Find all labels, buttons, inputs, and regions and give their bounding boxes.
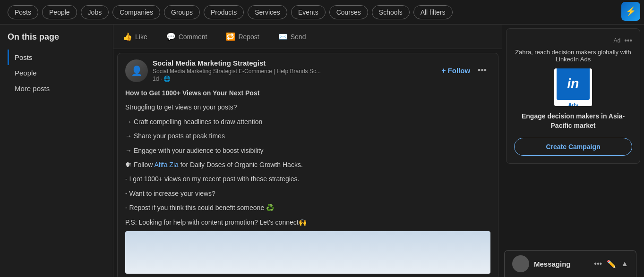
- ad-header: Ad •••: [514, 36, 632, 45]
- post-line-4: → Share your posts at peak times: [125, 131, 490, 141]
- nav-events[interactable]: Events: [291, 5, 326, 19]
- post-line-3: → Craft compelling headlines to draw att…: [125, 117, 490, 127]
- messaging-bar: Messaging ••• ✏️ ▲: [504, 250, 636, 277]
- post-line-6: 🗣 Follow Afifa Zia for Daily Doses of Or…: [125, 159, 490, 170]
- ad-logo-container: in Ads: [514, 68, 632, 106]
- post-line-5: → Engage with your audience to boost vis…: [125, 145, 490, 156]
- linkedin-ads-label: Ads: [568, 102, 578, 106]
- sidebar-item-posts[interactable]: Posts: [8, 50, 105, 65]
- author-desc: Social Media Marketing Strategist E-Comm…: [153, 68, 437, 75]
- post-header: 👤 Social Media Marketing Strategist Soci…: [118, 53, 498, 88]
- send-icon: ✉️: [278, 32, 288, 41]
- nav-jobs[interactable]: Jobs: [81, 5, 109, 19]
- top-right-icon[interactable]: ⚡: [621, 2, 640, 21]
- nav-people[interactable]: People: [42, 5, 77, 19]
- like-icon: 👍: [123, 32, 132, 41]
- follow-button[interactable]: Follow: [441, 67, 470, 75]
- like-button[interactable]: 👍 Like: [113, 28, 157, 45]
- nav-courses[interactable]: Courses: [329, 5, 368, 19]
- post-line-10: P.S: Looking for help with content promo…: [125, 217, 490, 227]
- ad-logo: in Ads: [554, 68, 592, 106]
- comment-icon: 💬: [166, 32, 176, 41]
- send-button[interactable]: ✉️ Send: [269, 28, 316, 45]
- post-card: 👤 Social Media Marketing Strategist Soci…: [117, 53, 498, 277]
- nav-companies[interactable]: Companies: [112, 5, 160, 19]
- ad-label: Ad: [614, 37, 621, 44]
- ad-more-button[interactable]: •••: [624, 36, 632, 45]
- author-meta: 1d · 🌐: [153, 76, 437, 82]
- repost-icon: 🔁: [226, 32, 235, 41]
- linkedin-logo-text: in: [567, 76, 579, 91]
- sidebar: On this page Posts People More posts: [0, 25, 113, 277]
- repost-button[interactable]: 🔁 Repost: [216, 28, 268, 45]
- sidebar-title: On this page: [8, 32, 105, 42]
- author-link[interactable]: Afifa Zia: [154, 161, 178, 168]
- create-campaign-button[interactable]: Create Campaign: [514, 138, 632, 156]
- post-line-1: How to Get 1000+ Views on Your Next Post: [125, 88, 490, 98]
- post-line-9: - Repost if you think this could benefit…: [125, 202, 490, 213]
- messaging-label: Messaging: [534, 260, 589, 268]
- nav-services[interactable]: Services: [248, 5, 287, 19]
- nav-posts[interactable]: Posts: [8, 5, 38, 19]
- nav-schools[interactable]: Schools: [372, 5, 410, 19]
- ad-tagline: Zahra, reach decision makers globally wi…: [514, 49, 632, 63]
- messaging-avatar: [512, 255, 529, 272]
- author-info: Social Media Marketing Strategist Social…: [153, 59, 437, 82]
- top-navigation: Posts People Jobs Companies Groups Produ…: [0, 0, 644, 25]
- messaging-collapse-button[interactable]: ▲: [621, 260, 628, 268]
- post-body: How to Get 1000+ Views on Your Next Post…: [118, 88, 498, 277]
- ad-description: Engage decision makers in Asia-Pacific m…: [514, 112, 632, 130]
- nav-products[interactable]: Products: [204, 5, 244, 19]
- lightning-icon: ⚡: [626, 6, 636, 17]
- post-actions: Follow •••: [441, 64, 490, 77]
- main-layout: On this page Posts People More posts 👍 L…: [0, 25, 644, 277]
- comment-button[interactable]: 💬 Comment: [157, 28, 217, 45]
- linkedin-logo: in: [557, 68, 590, 100]
- messaging-compose-button[interactable]: ✏️: [607, 260, 616, 269]
- ad-card: Ad ••• Zahra, reach decision makers glob…: [506, 28, 640, 164]
- messaging-more-button[interactable]: •••: [594, 260, 602, 268]
- post-image: [125, 231, 490, 274]
- nav-all-filters[interactable]: All filters: [413, 5, 453, 19]
- right-panel: Ad ••• Zahra, reach decision makers glob…: [502, 25, 644, 277]
- sidebar-item-more-posts[interactable]: More posts: [8, 81, 105, 96]
- post-line-2: Struggling to get views on your posts?: [125, 102, 490, 112]
- post-line-8: - Want to increase your views?: [125, 188, 490, 199]
- sidebar-item-people[interactable]: People: [8, 65, 105, 81]
- messaging-icons: ••• ✏️ ▲: [594, 260, 628, 269]
- more-options-button[interactable]: •••: [474, 64, 490, 77]
- author-name: Social Media Marketing Strategist: [153, 59, 437, 67]
- feed: 👍 Like 💬 Comment 🔁 Repost ✉️ Send 👤 Soci…: [113, 25, 502, 277]
- nav-groups[interactable]: Groups: [164, 5, 200, 19]
- avatar: 👤: [125, 59, 148, 82]
- action-bar: 👍 Like 💬 Comment 🔁 Repost ✉️ Send: [113, 25, 502, 49]
- post-line-7: - I got 1000+ views on my recent post wi…: [125, 174, 490, 184]
